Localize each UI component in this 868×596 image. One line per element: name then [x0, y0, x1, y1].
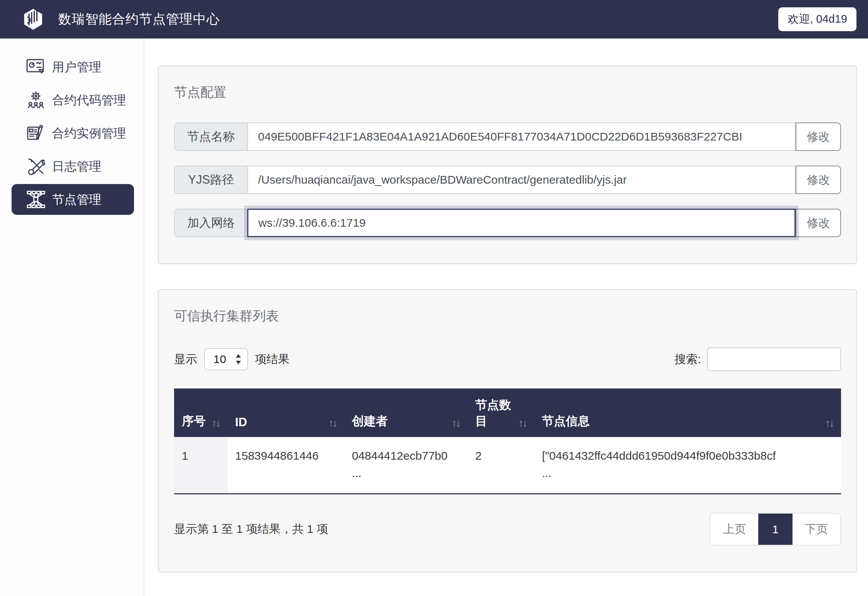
yjs-path-label: YJS路径	[174, 166, 247, 194]
column-header-id[interactable]: ID↑↓	[228, 388, 344, 437]
sort-icon: ↑↓	[328, 417, 337, 429]
column-label: ID	[235, 415, 247, 429]
yjs-path-modify-button[interactable]: 修改	[796, 166, 841, 194]
yjs-path-row: YJS路径 修改	[174, 166, 841, 194]
column-label: 节点信息	[542, 413, 590, 429]
welcome-badge[interactable]: 欢迎, 04d19	[778, 7, 856, 31]
cell-node-count: 2	[468, 437, 534, 494]
sidebar-item-user-management[interactable]: 用户管理	[12, 52, 134, 82]
node-name-label: 节点名称	[174, 122, 247, 151]
join-network-label: 加入网络	[174, 209, 247, 237]
table-header-row: 序号↑↓ ID↑↓ 创建者↑↓ 节点数目↑↓ 节点信息↑↓	[174, 388, 841, 437]
cluster-table: 序号↑↓ ID↑↓ 创建者↑↓ 节点数目↑↓ 节点信息↑↓	[174, 388, 841, 494]
cluster-list-title: 可信执行集群列表	[174, 307, 841, 325]
length-prefix-label: 显示	[174, 352, 197, 367]
length-suffix-label: 项结果	[255, 352, 290, 367]
yjs-path-input[interactable]	[247, 166, 796, 194]
cell-index: 1	[174, 437, 228, 494]
main-content: 节点配置 节点名称 修改 YJS路径 修改 加入网络 修改 可信执行集群列表	[144, 39, 868, 596]
sidebar-item-log-management[interactable]: 日志管理	[12, 151, 134, 182]
sidebar-item-node-management[interactable]: 节点管理	[12, 184, 134, 215]
app-logo-icon	[21, 7, 45, 31]
results-summary: 显示第 1 至 1 项结果，共 1 项	[174, 521, 328, 537]
node-name-row: 节点名称 修改	[174, 122, 841, 151]
sidebar-item-label: 合约实例管理	[52, 126, 126, 140]
search-input[interactable]	[707, 347, 841, 371]
sidebar: 用户管理 合约代码管理	[0, 39, 144, 596]
next-page-button[interactable]: 下页	[793, 514, 840, 545]
column-header-node-count[interactable]: 节点数目↑↓	[468, 388, 534, 437]
prev-page-button[interactable]: 上页	[710, 514, 758, 545]
cell-id: 1583944861446	[228, 437, 344, 494]
node-config-title: 节点配置	[174, 84, 841, 101]
sort-icon: ↑↓	[518, 417, 526, 429]
contract-code-icon	[25, 89, 47, 111]
sidebar-item-label: 用户管理	[52, 60, 101, 74]
cluster-list-panel: 可信执行集群列表 显示 10 项结果 搜索:	[158, 289, 857, 573]
user-management-icon	[25, 56, 47, 78]
sort-icon: ↑↓	[825, 417, 833, 429]
sort-icon: ↑↓	[212, 417, 220, 429]
node-name-input[interactable]	[247, 122, 796, 151]
join-network-input[interactable]	[247, 209, 796, 237]
table-footer: 显示第 1 至 1 项结果，共 1 项 上页 1 下页	[174, 513, 841, 546]
log-management-icon	[25, 156, 47, 177]
table-controls: 显示 10 项结果 搜索:	[174, 347, 841, 371]
sidebar-item-label: 节点管理	[52, 193, 101, 206]
page-title: 数瑞智能合约节点管理中心	[58, 10, 220, 28]
join-network-row: 加入网络 修改	[174, 209, 841, 237]
current-page-button[interactable]: 1	[758, 514, 793, 545]
column-label: 节点数目	[475, 397, 515, 429]
pagination: 上页 1 下页	[710, 513, 841, 546]
sidebar-item-contract-code[interactable]: 合约代码管理	[12, 85, 134, 116]
node-config-panel: 节点配置 节点名称 修改 YJS路径 修改 加入网络 修改	[158, 65, 857, 264]
search-label: 搜索:	[675, 352, 701, 367]
page-length-value: 10	[213, 353, 226, 366]
column-header-creator[interactable]: 创建者↑↓	[344, 388, 468, 437]
sort-icon: ↑↓	[452, 417, 460, 429]
page-length-control: 显示 10 项结果	[174, 348, 290, 370]
column-header-index[interactable]: 序号↑↓	[174, 388, 228, 437]
cell-creator: 04844412ecb77b0 ...	[344, 437, 468, 494]
page-length-select[interactable]: 10	[204, 348, 248, 370]
sidebar-item-contract-instance[interactable]: 合约实例管理	[12, 118, 134, 149]
sidebar-item-label: 日志管理	[52, 159, 101, 173]
top-bar: 数瑞智能合约节点管理中心 欢迎, 04d19	[0, 0, 868, 39]
sidebar-item-label: 合约代码管理	[52, 93, 126, 107]
node-name-modify-button[interactable]: 修改	[796, 122, 841, 151]
contract-instance-icon	[25, 122, 47, 144]
select-arrows-icon	[234, 353, 243, 365]
column-label: 序号	[182, 413, 206, 429]
cell-node-info: ["0461432ffc44ddd61950d944f9f0e0b333b8cf…	[534, 437, 841, 494]
search-control: 搜索:	[675, 347, 841, 371]
table-row: 1 1583944861446 04844412ecb77b0 ... 2 ["…	[174, 437, 841, 494]
column-label: 创建者	[352, 413, 388, 429]
column-header-node-info[interactable]: 节点信息↑↓	[534, 388, 841, 437]
node-management-icon	[25, 189, 47, 210]
join-network-modify-button[interactable]: 修改	[796, 209, 841, 237]
